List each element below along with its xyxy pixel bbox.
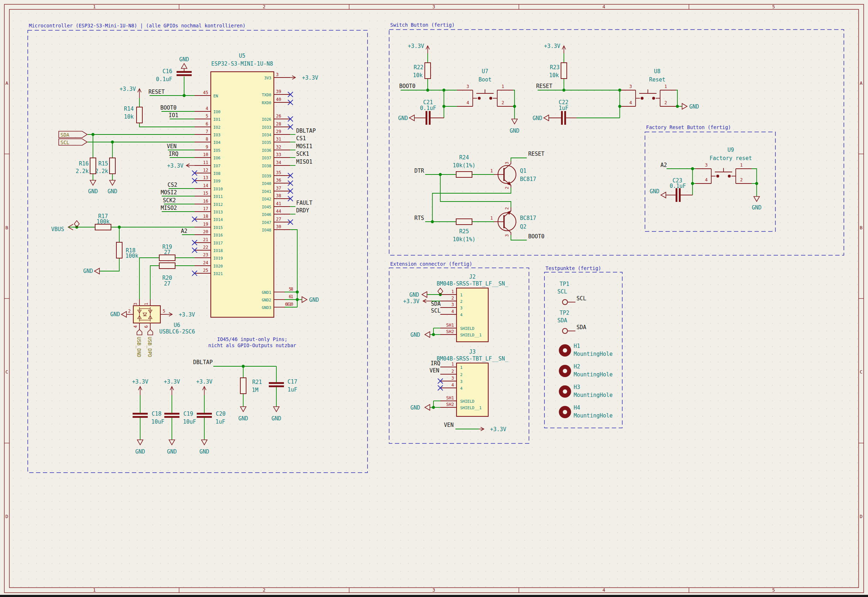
component-C17[interactable]: C171uF	[269, 379, 297, 393]
global-label-sda[interactable]: SDA	[61, 132, 69, 138]
gnd-symbol[interactable]: GND	[682, 104, 699, 110]
net-label-a2-u9[interactable]: A2	[661, 162, 667, 168]
component-R17[interactable]: R17100k	[95, 213, 111, 230]
testpoint-TP1[interactable]: TP1SCLSCL	[557, 281, 586, 304]
gnd-symbol[interactable]: GND	[398, 115, 414, 122]
component-R15[interactable]: R152.2k	[95, 158, 115, 174]
v33-symbol[interactable]: +3.3V	[167, 163, 194, 169]
u6-pin1-num: 1	[144, 303, 149, 305]
net-label: DBLTAP	[296, 128, 316, 134]
gnd-symbol[interactable]: GND	[167, 440, 176, 455]
gnd-symbol[interactable]: GND	[135, 440, 145, 455]
component-R22[interactable]: R2210k	[413, 63, 431, 79]
gnd-symbol[interactable]: GND	[510, 119, 519, 134]
testpoints-and-holes[interactable]: TP1SCLSCLTP2SDASDAH1MountingHoleH2Mounti…	[557, 281, 613, 419]
net-label-boot0-q2[interactable]: BOOT0	[528, 233, 544, 240]
gnd-symbol[interactable]: GND	[533, 115, 549, 122]
box-factory-reset[interactable]	[645, 132, 775, 232]
v33-symbol[interactable]: +3.3V	[403, 298, 431, 304]
component-C19[interactable]: C1910uF	[164, 411, 196, 425]
net-label-reset-u8[interactable]: RESET	[536, 83, 552, 89]
component-R21[interactable]: R211M	[240, 378, 262, 394]
net-label-dtr[interactable]: DTR	[414, 168, 424, 174]
gnd-symbol[interactable]: GND	[409, 292, 427, 298]
mounting-hole-H2[interactable]: H2MountingHole	[559, 363, 613, 378]
hier-label-usb-dpd[interactable]: USB_DPD	[147, 337, 153, 357]
component-Q2-bc817[interactable]: 1 2 3 BC817 Q2	[490, 207, 536, 236]
hier-label-usb-dnd[interactable]: USB_DND	[136, 337, 142, 357]
junction	[691, 182, 694, 185]
component-R24[interactable]: R2410k(1%)	[453, 154, 475, 177]
v33-symbol[interactable]: +3.3V	[290, 75, 318, 81]
v33-symbol[interactable]: +3.3V	[196, 379, 212, 395]
v33-symbol[interactable]: +3.3V	[132, 379, 148, 395]
pin-name: 2	[460, 299, 463, 304]
gnd-triangle-icon	[201, 440, 207, 445]
component-R14[interactable]: R1410k	[124, 105, 142, 123]
v33-symbol[interactable]: +3.3V	[544, 43, 566, 53]
u6-body[interactable]	[133, 306, 160, 323]
gnd-symbol[interactable]: GND	[271, 407, 281, 422]
gnd-symbol[interactable]: GND	[107, 180, 117, 195]
gnd-symbol[interactable]: GND	[199, 440, 209, 455]
gnd-symbol[interactable]: GND	[88, 180, 98, 195]
component-U5-esp32[interactable]: U5 ESP32-S3-MINI-1U-N8 45ENRESET4IO0BOOT…	[87, 53, 316, 317]
gnd-symbol[interactable]: GND	[110, 311, 126, 318]
pin-name: IO38	[262, 164, 272, 168]
gnd-symbol[interactable]: GND	[83, 268, 99, 274]
u5-pin-IO3[interactable]: 7IO3	[87, 129, 221, 137]
component-C16[interactable]: C160.1uF	[156, 68, 192, 83]
component-Q1-bc817[interactable]: 1 3 2 Q1 BC817	[490, 161, 536, 189]
u5-pin-EN[interactable]: 45ENRESET	[148, 89, 218, 98]
gnd-triangle-icon	[682, 104, 687, 109]
v33-symbol[interactable]: +3.3V	[408, 43, 430, 53]
u5-pin-IO4[interactable]: 8IO4	[87, 137, 221, 145]
gnd-label: GND	[83, 268, 93, 274]
gnd-symbol[interactable]: GND	[179, 56, 189, 68]
net-label-rts[interactable]: RTS	[414, 215, 424, 221]
kicad-schematic-canvas[interactable]: Microcontroller (ESP32-S3-Mini-1U-N8) | …	[0, 0, 868, 597]
mounting-hole-H3[interactable]: H3MountingHole	[559, 384, 613, 398]
component-C20[interactable]: C201uF	[197, 411, 225, 425]
component-U9-button[interactable]: 3412U9Factory reset	[695, 147, 752, 184]
u6-pin5-num: 5	[163, 309, 165, 313]
ref: TP2	[560, 310, 569, 316]
net-label-dbltap[interactable]: DBLTAP	[193, 359, 213, 365]
gnd-symbol[interactable]: GND	[650, 188, 666, 198]
testpoint-TP2[interactable]: TP2SDASDA	[557, 310, 586, 333]
box-microcontroller[interactable]	[28, 30, 367, 473]
component-J2-connector[interactable]: J2 BM04B-SRSS-TBT_LF__SN_ 112233SDA44SCL…	[431, 274, 508, 342]
component-U6-usblc6[interactable]: 3 1 2 5 4 6 U6 USBLC6-2SC6 USB_DND USB_D…	[127, 299, 195, 357]
pin-number: 34	[276, 160, 281, 165]
v33-symbol[interactable]: +3.3V	[167, 312, 195, 318]
net-label-ven-bottom[interactable]: VEN	[444, 422, 454, 428]
gnd-symbol[interactable]: GND	[238, 407, 248, 422]
component-R16[interactable]: R162.2k	[76, 158, 96, 174]
component-C18[interactable]: C1810uF	[133, 411, 164, 425]
component-R18[interactable]: R18100k	[116, 242, 138, 259]
component-R23[interactable]: R2310k	[549, 63, 567, 79]
component-R25[interactable]: R2510k(1%)	[453, 219, 475, 243]
component-U8-button[interactable]: 3412U8Reset	[620, 68, 676, 106]
component-R19[interactable]: R1927	[159, 244, 175, 261]
component-C22[interactable]: C221uF	[558, 99, 568, 125]
gnd-symbol[interactable]: GND	[302, 297, 319, 303]
component-C21[interactable]: C210.1uF	[420, 99, 436, 125]
mounting-hole-H1[interactable]: H1MountingHole	[559, 343, 613, 357]
mounting-hole-H4[interactable]: H4MountingHole	[559, 404, 613, 419]
component-C23[interactable]: C230.1uF	[670, 177, 686, 202]
gnd-symbol[interactable]: GND	[410, 404, 430, 411]
component-R20[interactable]: R2027	[159, 263, 175, 287]
gnd-symbol[interactable]: GND	[410, 332, 430, 338]
global-label-scl[interactable]: SCL	[61, 140, 69, 145]
net-label-boot0-u7[interactable]: BOOT0	[399, 83, 415, 89]
gnd-symbol[interactable]: GND	[752, 196, 761, 211]
v33-symbol[interactable]: +3.3V	[479, 426, 506, 433]
net-label-vbus[interactable]: VBUS	[51, 226, 64, 233]
v33-symbol[interactable]: +3.3V	[164, 379, 180, 395]
net-label-reset-q1[interactable]: RESET	[528, 151, 544, 157]
component-J3-connector[interactable]: J3 BM04B-SRSS-TBT_LF__SN_ 11IRQ22VEN3344…	[430, 349, 508, 416]
pin-number: 4	[452, 383, 454, 388]
v33-symbol[interactable]: +3.3V	[120, 86, 141, 98]
component-U7-button[interactable]: 3412U7Boot	[457, 68, 513, 106]
